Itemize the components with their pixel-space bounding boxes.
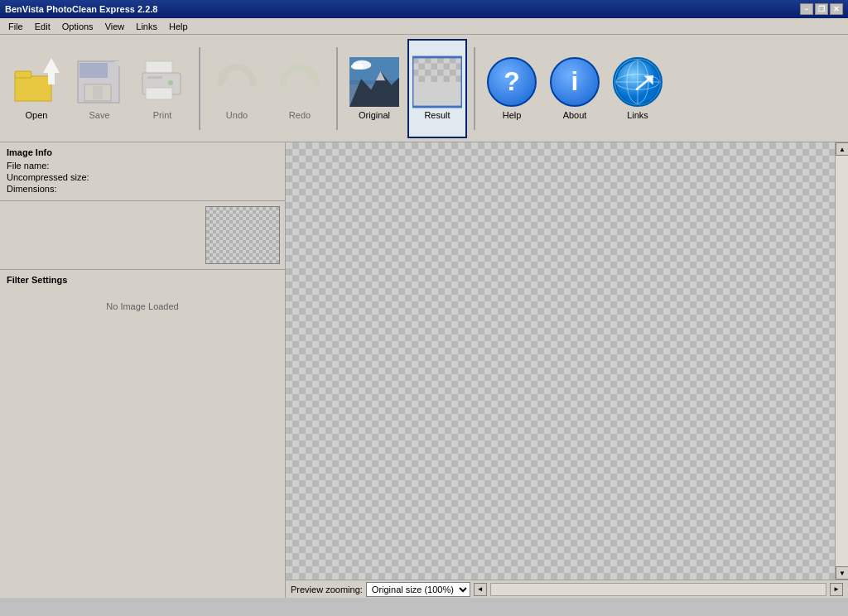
image-info-section: Image Info File name: Uncompressed size:…: [0, 142, 285, 201]
svg-point-20: [351, 63, 364, 70]
file-name-label: File name:: [7, 161, 49, 171]
scroll-up-button[interactable]: ▲: [836, 142, 848, 156]
window-title: BenVista PhotoClean Express 2.2.8: [5, 4, 157, 14]
open-button[interactable]: Open: [7, 39, 66, 138]
undo-label: Undo: [226, 110, 248, 120]
svg-rect-1: [15, 71, 31, 78]
help-icon: ?: [487, 57, 537, 107]
menu-options[interactable]: Options: [57, 20, 99, 33]
svg-rect-36: [419, 75, 426, 82]
filter-settings-title: Filter Settings: [7, 275, 278, 285]
menu-links[interactable]: Links: [131, 20, 162, 33]
svg-rect-38: [444, 75, 450, 82]
original-label: Original: [359, 110, 390, 120]
menu-file[interactable]: File: [3, 20, 28, 33]
links-button[interactable]: Links: [608, 39, 667, 138]
zoom-label: Preview zooming:: [291, 585, 363, 594]
print-button[interactable]: Print: [132, 39, 192, 138]
uncompressed-row: Uncompressed size:: [7, 172, 278, 182]
menu-help[interactable]: Help: [164, 20, 193, 33]
scroll-left-button[interactable]: ◄: [474, 583, 487, 596]
canvas-checkered-bg: [286, 142, 848, 580]
file-name-row: File name:: [7, 161, 278, 171]
svg-rect-30: [444, 63, 450, 70]
svg-rect-34: [437, 70, 444, 76]
save-button[interactable]: Save: [70, 39, 129, 138]
filter-settings-section: Filter Settings No Image Loaded: [0, 270, 285, 598]
zoom-select[interactable]: Original size (100%) 50% 75% 150% 200% F…: [366, 582, 470, 597]
toolbar: Open Save Print: [0, 35, 848, 142]
svg-rect-3: [48, 73, 55, 84]
open-icon: [12, 57, 61, 107]
svg-point-12: [168, 80, 173, 85]
svg-marker-2: [43, 58, 60, 73]
status-bar: Preview zooming: Original size (100%) 50…: [286, 580, 848, 598]
links-icon: [613, 57, 662, 107]
about-button[interactable]: i About: [545, 39, 605, 138]
uncompressed-label: Uncompressed size:: [7, 172, 89, 182]
scroll-right-button[interactable]: ►: [830, 583, 843, 596]
print-icon: [137, 57, 187, 107]
canvas-area: ▲ ▼ Preview zooming: Original size (100%…: [286, 142, 848, 598]
save-label: Save: [89, 110, 109, 120]
svg-rect-13: [147, 76, 162, 79]
about-label: About: [563, 110, 587, 120]
svg-rect-28: [419, 63, 426, 70]
minimize-button[interactable]: −: [800, 3, 813, 15]
svg-rect-37: [431, 75, 438, 82]
svg-rect-8: [93, 86, 103, 99]
svg-rect-35: [450, 70, 456, 76]
thumbnail-area: [0, 201, 285, 270]
left-panel: Image Info File name: Uncompressed size:…: [0, 142, 286, 598]
image-info-title: Image Info: [7, 147, 278, 157]
toolbar-divider-3: [474, 47, 475, 130]
dimensions-label: Dimensions:: [7, 184, 57, 194]
toolbar-divider-2: [336, 47, 338, 130]
original-button[interactable]: Original: [344, 39, 404, 138]
original-icon: [349, 57, 399, 107]
menu-edit[interactable]: Edit: [30, 20, 55, 33]
undo-icon: [212, 57, 262, 107]
redo-label: Redo: [289, 110, 311, 120]
open-label: Open: [26, 110, 48, 120]
horizontal-scrollbar[interactable]: [490, 583, 826, 596]
no-image-message: No Image Loaded: [7, 301, 278, 311]
result-icon: [412, 57, 462, 107]
redo-icon: [275, 57, 325, 107]
toolbar-divider-1: [199, 47, 200, 130]
save-icon: [75, 57, 124, 107]
svg-rect-6: [80, 63, 108, 78]
svg-rect-33: [425, 70, 431, 76]
result-button[interactable]: Result: [407, 39, 467, 138]
undo-button[interactable]: Undo: [207, 39, 267, 138]
dimensions-row: Dimensions:: [7, 184, 278, 194]
main-content: Image Info File name: Uncompressed size:…: [0, 142, 848, 598]
title-bar: BenVista PhotoClean Express 2.2.8 − ❐ ✕: [0, 0, 848, 18]
scroll-track-v[interactable]: [836, 156, 848, 566]
links-label: Links: [627, 110, 648, 120]
title-bar-controls: − ❐ ✕: [800, 3, 843, 15]
menu-bar: File Edit Options View Links Help: [0, 18, 848, 35]
print-label: Print: [153, 110, 172, 120]
help-button[interactable]: ? Help: [482, 39, 542, 138]
svg-rect-11: [146, 88, 172, 99]
menu-view[interactable]: View: [100, 20, 130, 33]
scroll-down-button[interactable]: ▼: [836, 566, 848, 580]
close-button[interactable]: ✕: [830, 3, 843, 15]
redo-button[interactable]: Redo: [270, 39, 330, 138]
thumbnail-preview: [205, 206, 280, 264]
about-icon: i: [550, 57, 600, 107]
thumbnail-checkered: [206, 207, 279, 263]
result-label: Result: [424, 110, 450, 120]
restore-button[interactable]: ❐: [815, 3, 828, 15]
help-label: Help: [503, 110, 522, 120]
vertical-scrollbar[interactable]: ▲ ▼: [835, 142, 848, 580]
canvas-container: ▲ ▼: [286, 142, 848, 580]
svg-rect-0: [15, 76, 51, 101]
svg-rect-29: [431, 63, 438, 70]
